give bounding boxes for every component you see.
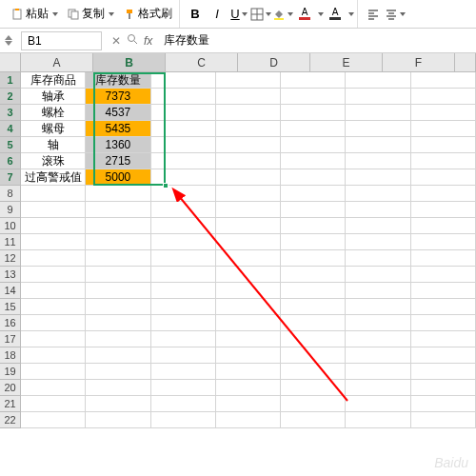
cell[interactable]: 螺栓 <box>21 105 86 121</box>
cell[interactable] <box>346 169 410 186</box>
copy-button[interactable]: 复制 <box>63 4 118 25</box>
cell[interactable] <box>411 364 476 380</box>
cell[interactable] <box>411 202 476 218</box>
cell[interactable] <box>411 89 476 105</box>
cell[interactable] <box>346 299 410 315</box>
cell[interactable] <box>281 267 346 283</box>
cell[interactable] <box>281 380 346 396</box>
cell[interactable] <box>411 250 476 267</box>
cell[interactable] <box>86 412 150 428</box>
cell[interactable] <box>281 218 346 234</box>
cell[interactable] <box>86 218 150 234</box>
cell[interactable] <box>346 153 410 169</box>
cell[interactable] <box>346 380 410 396</box>
cell[interactable] <box>411 331 476 347</box>
cell[interactable] <box>281 347 346 364</box>
cell[interactable] <box>346 234 410 250</box>
cell[interactable]: 1360 <box>86 137 150 153</box>
col-header-E[interactable]: E <box>310 53 383 72</box>
row-header-9[interactable]: 9 <box>0 202 21 218</box>
cell[interactable] <box>151 72 216 89</box>
align-left-button[interactable] <box>363 4 384 25</box>
row-header-10[interactable]: 10 <box>0 218 21 234</box>
cell[interactable] <box>216 105 281 121</box>
cell[interactable] <box>86 299 150 315</box>
row-header-18[interactable]: 18 <box>0 347 21 364</box>
cell[interactable] <box>281 283 346 299</box>
cell[interactable] <box>281 121 346 137</box>
cell[interactable] <box>281 186 346 202</box>
cell[interactable] <box>216 137 281 153</box>
selection-handle[interactable] <box>163 183 169 188</box>
cell[interactable] <box>21 283 86 299</box>
highlight-button[interactable]: A <box>325 4 346 25</box>
cell[interactable] <box>21 218 86 234</box>
cell[interactable] <box>216 347 281 364</box>
cell[interactable] <box>216 396 281 412</box>
formula-input[interactable] <box>158 31 476 50</box>
cell[interactable] <box>411 380 476 396</box>
spreadsheet-grid[interactable]: ABCDEF 123456789101112131415161718192021… <box>0 53 476 476</box>
cell[interactable] <box>151 89 216 105</box>
cell[interactable] <box>86 315 150 331</box>
cell[interactable] <box>216 250 281 267</box>
cell[interactable] <box>86 364 150 380</box>
cell[interactable] <box>151 186 216 202</box>
cell[interactable]: 过高警戒值 <box>21 169 86 186</box>
cell[interactable] <box>216 234 281 250</box>
cell[interactable] <box>346 202 410 218</box>
cell[interactable] <box>21 315 86 331</box>
cell[interactable] <box>21 331 86 347</box>
cell[interactable] <box>346 267 410 283</box>
cell[interactable] <box>346 347 410 364</box>
cell[interactable] <box>151 380 216 396</box>
cell[interactable] <box>411 121 476 137</box>
cell[interactable]: 滚珠 <box>21 153 86 169</box>
cell[interactable] <box>411 347 476 364</box>
cell[interactable] <box>281 72 346 89</box>
row-header-16[interactable]: 16 <box>0 315 21 331</box>
row-header-2[interactable]: 2 <box>0 89 21 105</box>
col-header-A[interactable]: A <box>21 53 93 72</box>
cell[interactable] <box>216 202 281 218</box>
cell[interactable] <box>216 186 281 202</box>
cell[interactable] <box>151 169 216 186</box>
cell[interactable]: 5000 <box>86 169 150 186</box>
cell[interactable] <box>281 89 346 105</box>
cell[interactable] <box>281 169 346 186</box>
cell[interactable] <box>411 218 476 234</box>
cell[interactable] <box>216 283 281 299</box>
cell[interactable] <box>151 250 216 267</box>
cell[interactable] <box>21 347 86 364</box>
cell[interactable]: 7373 <box>86 89 150 105</box>
row-header-6[interactable]: 6 <box>0 153 21 169</box>
cell[interactable] <box>281 153 346 169</box>
cell[interactable] <box>151 299 216 315</box>
cell[interactable] <box>281 250 346 267</box>
cell[interactable] <box>151 412 216 428</box>
row-header-11[interactable]: 11 <box>0 234 21 250</box>
col-header-B[interactable]: B <box>93 53 166 72</box>
cell[interactable] <box>86 283 150 299</box>
cell[interactable] <box>216 72 281 89</box>
cell[interactable] <box>346 396 410 412</box>
cell[interactable] <box>216 121 281 137</box>
cell[interactable] <box>346 218 410 234</box>
cell[interactable] <box>346 283 410 299</box>
cell[interactable]: 螺母 <box>21 121 86 137</box>
cell[interactable] <box>411 234 476 250</box>
cell[interactable] <box>346 72 410 89</box>
cell[interactable] <box>281 234 346 250</box>
col-header-C[interactable]: C <box>166 53 238 72</box>
cell[interactable] <box>346 137 410 153</box>
cell[interactable] <box>216 331 281 347</box>
cell[interactable]: 2715 <box>86 153 150 169</box>
cell[interactable]: 轴 <box>21 137 86 153</box>
cell[interactable] <box>281 396 346 412</box>
cell[interactable] <box>216 89 281 105</box>
cell[interactable] <box>346 315 410 331</box>
cell[interactable] <box>86 202 150 218</box>
cell[interactable] <box>411 105 476 121</box>
cell[interactable] <box>151 364 216 380</box>
row-header-14[interactable]: 14 <box>0 283 21 299</box>
